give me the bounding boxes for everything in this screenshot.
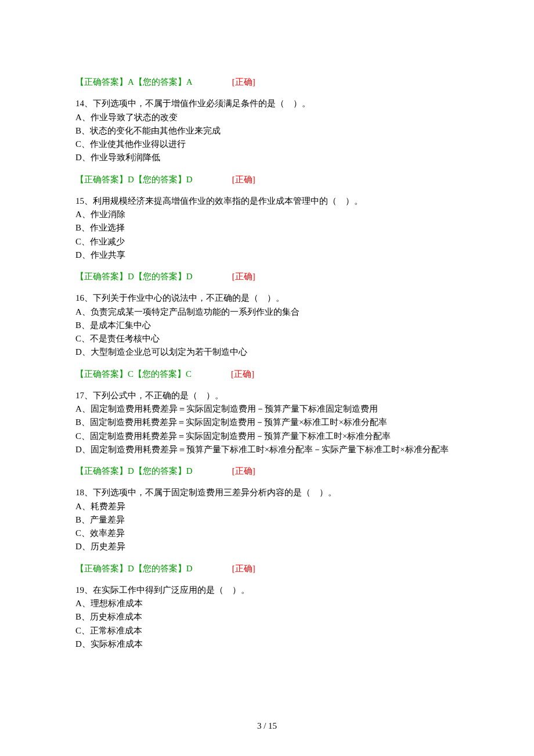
option-d: D、固定制造费用耗费差异＝预算产量下标准工时×标准分配率－实际产量下标准工时×标… [75,443,459,456]
correct-answer-label: 【正确答案】 [75,369,128,379]
question-text: 15、利用规模经济来提高增值作业的效率指的是作业成本管理中的（ ）。 [75,195,459,208]
your-answer-label: 【您的答案】 [134,77,186,87]
option-c: C、作业减少 [75,235,459,249]
answer-status: [正确] [232,272,255,281]
correct-answer-value: A [128,77,134,87]
your-answer-label: 【您的答案】 [134,369,186,379]
correct-answer-label: 【正确答案】 [75,564,128,573]
answer-line-16: 【正确答案】C【您的答案】C[正确] [75,368,459,381]
option-c: C、固定制造费用耗费差异＝实际固定制造费用－预算产量下标准工时×标准分配率 [75,430,459,443]
option-c: C、正常标准成本 [75,624,459,638]
answer-line-17: 【正确答案】D【您的答案】D[正确] [75,465,459,478]
option-a: A、作业消除 [75,208,459,221]
answer-line-14: 【正确答案】D【您的答案】D[正确] [75,173,459,186]
question-14: 14、下列选项中，不属于增值作业必须满足条件的是（ ）。 A、作业导致了状态的改… [75,97,459,164]
question-text: 16、下列关于作业中心的说法中，不正确的是（ ）。 [75,291,459,305]
answer-status: [正确] [232,77,255,87]
answer-line-18: 【正确答案】D【您的答案】D[正确] [75,562,459,575]
option-d: D、历史差异 [75,540,459,553]
correct-answer-label: 【正确答案】 [75,175,128,184]
your-answer-value: C [186,369,192,379]
option-c: C、效率差异 [75,527,459,540]
option-c: C、不是责任考核中心 [75,332,459,345]
correct-answer-label: 【正确答案】 [75,466,128,476]
question-text: 19、在实际工作中得到广泛应用的是（ ）。 [75,584,459,597]
option-a: A、作业导致了状态的改变 [75,111,459,124]
your-answer-label: 【您的答案】 [134,466,186,476]
question-17: 17、下列公式中，不正确的是（ ）。 A、固定制造费用耗费差异＝实际固定制造费用… [75,389,459,456]
correct-answer-label: 【正确答案】 [75,77,128,87]
option-b: B、作业选择 [75,221,459,235]
option-b: B、是成本汇集中心 [75,319,459,332]
question-text: 18、下列选项中，不属于固定制造费用三差异分析内容的是（ ）。 [75,486,459,499]
option-d: D、作业共享 [75,249,459,262]
option-a: A、负责完成某一项特定产品制造功能的一系列作业的集合 [75,305,459,319]
option-d: D、作业导致利润降低 [75,151,459,164]
question-15: 15、利用规模经济来提高增值作业的效率指的是作业成本管理中的（ ）。 A、作业消… [75,195,459,262]
answer-line-15: 【正确答案】D【您的答案】D[正确] [75,270,459,283]
option-b: B、固定制造费用耗费差异＝实际固定制造费用－预算产量×标准工时×标准分配率 [75,416,459,429]
correct-answer-value: D [128,466,134,476]
option-b: B、历史标准成本 [75,610,459,624]
your-answer-value: D [186,564,193,573]
document-page: 【正确答案】A【您的答案】A[正确] 14、下列选项中，不属于增值作业必须满足条… [0,0,534,756]
question-text: 17、下列公式中，不正确的是（ ）。 [75,389,459,402]
correct-answer-value: D [128,175,134,184]
question-18: 18、下列选项中，不属于固定制造费用三差异分析内容的是（ ）。 A、耗费差异 B… [75,486,459,553]
your-answer-value: D [186,466,193,476]
option-a: A、耗费差异 [75,500,459,513]
option-a: A、固定制造费用耗费差异＝实际固定制造费用－预算产量下标准固定制造费用 [75,402,459,416]
answer-status: [正确] [232,466,255,476]
page-number: 3 / 15 [0,719,534,733]
your-answer-label: 【您的答案】 [134,564,186,573]
option-d: D、大型制造企业总可以划定为若干制造中心 [75,345,459,359]
answer-status: [正确] [231,369,254,379]
your-answer-label: 【您的答案】 [134,175,186,184]
question-text: 14、下列选项中，不属于增值作业必须满足条件的是（ ）。 [75,97,459,110]
your-answer-label: 【您的答案】 [134,272,186,281]
your-answer-value: A [186,77,193,87]
correct-answer-value: D [128,272,134,281]
your-answer-value: D [186,175,193,184]
option-d: D、实际标准成本 [75,638,459,651]
correct-answer-value: D [128,564,134,573]
question-16: 16、下列关于作业中心的说法中，不正确的是（ ）。 A、负责完成某一项特定产品制… [75,291,459,359]
answer-line-13: 【正确答案】A【您的答案】A[正确] [75,75,459,89]
option-c: C、作业使其他作业得以进行 [75,138,459,151]
answer-status: [正确] [232,175,255,184]
correct-answer-label: 【正确答案】 [75,272,128,281]
your-answer-value: D [186,272,193,281]
option-b: B、产量差异 [75,513,459,527]
correct-answer-value: C [128,369,134,379]
option-a: A、理想标准成本 [75,597,459,610]
question-19: 19、在实际工作中得到广泛应用的是（ ）。 A、理想标准成本 B、历史标准成本 … [75,584,459,651]
option-b: B、状态的变化不能由其他作业来完成 [75,124,459,138]
answer-status: [正确] [232,564,255,573]
